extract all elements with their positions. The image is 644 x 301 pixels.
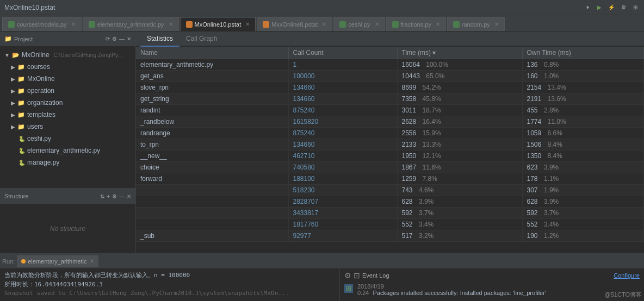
cell-time: 3011 18.7%	[397, 105, 522, 116]
gear-icon[interactable]: ⚙	[112, 36, 117, 42]
cell-own-time: 623 3.9%	[522, 162, 644, 173]
cell-own-time: 136 0.8%	[522, 59, 644, 71]
no-structure-text: No structure	[0, 204, 135, 253]
sidebar-item-mxonline[interactable]: ▶ 📁 MxOnline	[0, 73, 135, 85]
tab-mxonline10[interactable]: MxOnline10.pstat ✕	[180, 17, 256, 31]
sidebar-item-operation[interactable]: ▶ 📁 operation	[0, 85, 135, 97]
console-line-2: 所用时长：16.04344034194926.3	[4, 280, 335, 290]
tab-elementary[interactable]: elementary_arithmetic.py ✕	[83, 17, 179, 31]
settings-icon[interactable]: ⚙	[619, 3, 628, 12]
run-tab-close-icon[interactable]: ✕	[90, 258, 94, 264]
cell-call-count: 92977	[288, 230, 397, 242]
table-row[interactable]: elementary_arithmetic.py 1 16064 100.0% …	[136, 59, 644, 71]
folder-icon: 📁	[17, 64, 25, 71]
cell-time: 552 3.4%	[397, 219, 522, 230]
table-row[interactable]: 1817760 552 3.4% 552 3.4%	[136, 219, 644, 230]
sidebar-item-courses[interactable]: ▶ 📁 courses	[0, 61, 135, 73]
tab-close-icon[interactable]: ✕	[436, 21, 440, 27]
table-row[interactable]: choice 740580 1867 11.6% 623 3.9%	[136, 162, 644, 173]
collapse-icon[interactable]: —	[119, 36, 125, 42]
tab-fractions[interactable]: fractions.py ✕	[386, 17, 446, 31]
cell-call-count: 518230	[288, 185, 397, 196]
tab-random[interactable]: random.py ✕	[447, 17, 505, 31]
table-row[interactable]: randrange 875240 2556 15.9% 1059 6.6%	[136, 128, 644, 139]
tab-courses-models[interactable]: courses\models.py ✕	[2, 17, 82, 31]
close-icon[interactable]: ✕	[127, 36, 131, 42]
sidebar-item-templates[interactable]: ▶ 📁 templates	[0, 109, 135, 121]
col-header-time[interactable]: Time (ms) ▾	[397, 47, 522, 59]
settings-icon[interactable]: ⚙	[112, 193, 117, 199]
col-header-name[interactable]: Name	[136, 47, 288, 59]
sidebar: 📁 Project ⟳ ⚙ — ✕ ▼ 📂 MxOnline C:\Users\…	[0, 32, 136, 253]
sync-icon[interactable]: ⟳	[106, 36, 110, 42]
configure-link[interactable]: Configure	[614, 272, 640, 279]
sidebar-item-organization[interactable]: ▶ 📁 organization	[0, 97, 135, 109]
tab-close-icon[interactable]: ✕	[71, 21, 76, 27]
sidebar-item-elementary-py[interactable]: 🐍 elementary_arithmetic.py	[0, 145, 135, 156]
tab-close-icon[interactable]: ✕	[322, 21, 326, 27]
layout-icon[interactable]: ⊞	[631, 3, 640, 12]
run-tab-elementary[interactable]: elementary_arithmetic ✕	[17, 255, 98, 267]
debug-icon[interactable]: ⚡	[607, 3, 616, 12]
table-row[interactable]: to_rpn 134660 2133 13.3% 1506 9.4%	[136, 139, 644, 150]
event-settings-icon[interactable]: ⚙	[344, 271, 351, 280]
cell-call-count: 875240	[288, 105, 397, 116]
cell-own-time: 2154 13.4%	[522, 82, 644, 93]
add-icon[interactable]: +	[107, 193, 110, 199]
table-row[interactable]: __new__ 462710 1950 12.1% 1350 8.4%	[136, 150, 644, 162]
tab-close-icon[interactable]: ✕	[375, 21, 379, 27]
col-header-call-count[interactable]: Call Count	[288, 47, 397, 59]
cell-name	[136, 219, 288, 230]
table-row[interactable]: 518230 743 4.6% 307 1.9%	[136, 185, 644, 196]
table-row[interactable]: randint 875240 3011 18.7% 455 2.8%	[136, 105, 644, 116]
cell-name	[136, 185, 288, 196]
table-row[interactable]: 2828707 628 3.9% 628 3.9%	[136, 196, 644, 208]
profiler-table-container: Name Call Count Time (ms) ▾ Own Time (ms…	[136, 47, 644, 253]
run-status-indicator	[21, 259, 26, 264]
table-row[interactable]: slove_rpn 134660 8699 54.2% 2154 13.4%	[136, 82, 644, 93]
cell-call-count: 462710	[288, 150, 397, 162]
tab-mxonline8[interactable]: MxxOnline8.pstat ✕	[257, 17, 332, 31]
cell-time: 8699 54.2%	[397, 82, 522, 93]
cell-own-time: 455 2.8%	[522, 105, 644, 116]
cell-own-time: 1350 8.4%	[522, 150, 644, 162]
sort-icon[interactable]: ⇅	[100, 193, 104, 199]
table-row[interactable]: forward 188100 1259 7.8% 178 1.1%	[136, 173, 644, 185]
tab-statistics[interactable]: Statistics	[140, 32, 179, 47]
console-line-3: Snapshot saved to C:\Users\GitHung Zeng\…	[4, 289, 335, 298]
sidebar-item-mxonline-root[interactable]: ▼ 📂 MxOnline C:\Users\GitHung Zeng\Py...	[0, 49, 135, 61]
sidebar-item-manage-py[interactable]: 🐍 manage.py	[0, 156, 135, 168]
collapse-icon[interactable]: —	[119, 193, 125, 199]
sidebar-header: 📁 Project ⟳ ⚙ — ✕	[0, 32, 135, 47]
cell-own-time: 628 3.9%	[522, 196, 644, 208]
expand-icon: ▶	[11, 124, 15, 130]
table-row[interactable]: _sub 92977 517 3.2% 190 1.2%	[136, 230, 644, 242]
table-row[interactable]: 3433817 592 3.7% 592 3.7%	[136, 208, 644, 219]
event-log-header: ⚙ ⊡ Event Log Configure	[340, 269, 644, 282]
sidebar-item-users[interactable]: ▶ 📁 users	[0, 121, 135, 133]
tab-close-icon[interactable]: ✕	[494, 21, 499, 27]
event-log-title: Event Log	[362, 272, 389, 279]
table-row[interactable]: get_ans 100000 10443 65.0% 160 1.0%	[136, 71, 644, 82]
event-filter-icon[interactable]: ⊡	[354, 271, 360, 280]
table-row[interactable]: _randbelow 1615820 2628 16.4% 1774 11.0%	[136, 116, 644, 128]
tab-ceshi[interactable]: ceshi.py ✕	[333, 17, 385, 31]
cell-name: choice	[136, 162, 288, 173]
table-row[interactable]: get_string 134660 7358 45.8% 2191 13.6%	[136, 93, 644, 105]
tab-call-graph[interactable]: Call Graph	[179, 32, 224, 47]
py-file-icon	[89, 21, 95, 28]
run-tab-bar: Run: elementary_arithmetic ✕	[0, 254, 644, 269]
run-icon[interactable]: ▶	[595, 3, 604, 12]
sidebar-item-ceshi-py[interactable]: 🐍 ceshi.py	[0, 133, 135, 145]
cell-own-time: 307 1.9%	[522, 185, 644, 196]
cell-call-count: 188100	[288, 173, 397, 185]
title-bar-icons: ▾ ▶ ⚡ ⚙ ⊞	[583, 3, 640, 12]
cell-name: elementary_arithmetic.py	[136, 59, 288, 71]
tab-close-icon[interactable]: ✕	[245, 21, 250, 27]
dropdown-icon[interactable]: ▾	[583, 3, 592, 12]
close-icon[interactable]: ✕	[127, 193, 131, 199]
col-header-own-time[interactable]: Own Time (ms)	[522, 47, 644, 59]
cell-name: randint	[136, 105, 288, 116]
sidebar-header-icons: ⟳ ⚙ — ✕	[106, 36, 131, 42]
tab-close-icon[interactable]: ✕	[169, 21, 173, 27]
